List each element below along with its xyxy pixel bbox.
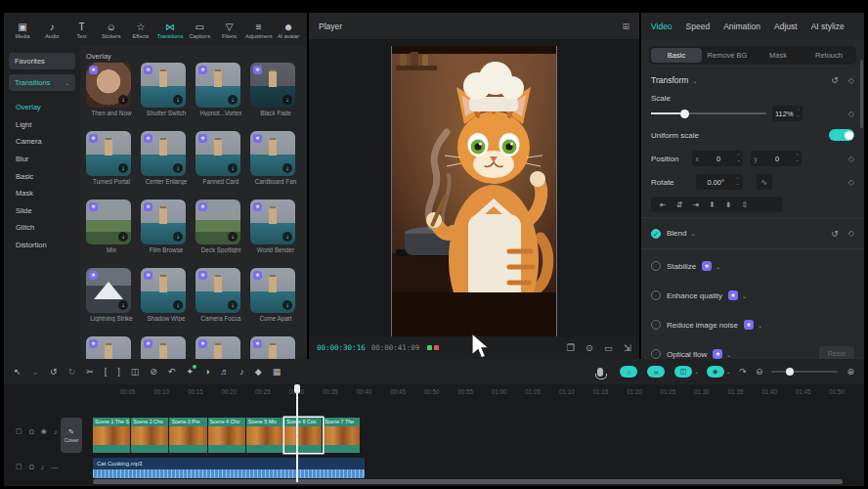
align-middle-icon[interactable]: ⇳ bbox=[742, 200, 749, 209]
timeline-zoom-slider[interactable] bbox=[771, 371, 838, 373]
properties-tab[interactable]: Video bbox=[651, 22, 673, 31]
panel-scrollbar[interactable] bbox=[860, 60, 863, 128]
transition-item[interactable]: ★ ↓ Shutter Switch bbox=[141, 63, 192, 131]
transition-item[interactable]: ★ ↓ Film Browse bbox=[141, 200, 192, 268]
tab-transitions[interactable]: ⋈ Transitions bbox=[155, 22, 185, 39]
render-quality-indicator[interactable] bbox=[427, 345, 439, 350]
properties-tab[interactable]: AI stylize bbox=[811, 22, 845, 31]
keyframe-diamond-icon[interactable]: ◇ bbox=[848, 155, 854, 163]
timeline-horizontal-scrollbar[interactable] bbox=[93, 479, 843, 484]
mirror-icon[interactable]: ◑ bbox=[204, 367, 209, 377]
step-down-icon[interactable]: ⌄ bbox=[737, 158, 741, 162]
chevron-down-icon[interactable]: ⌄ bbox=[742, 292, 747, 299]
transition-item[interactable]: ★ ↓ Mix bbox=[86, 200, 137, 268]
rotate-knob-icon[interactable]: ∿ bbox=[757, 174, 772, 190]
edit-cover-button[interactable]: ✎ Cover bbox=[61, 418, 82, 453]
keyframe-diamond-icon[interactable]: ◇ bbox=[848, 110, 854, 118]
scale-value-box[interactable]: 112% ⌃⌄ bbox=[772, 106, 803, 121]
tab-stickers[interactable]: ☺ Stickers bbox=[97, 22, 126, 39]
chevron-down-icon[interactable]: ⌄ bbox=[690, 230, 695, 237]
rotate-value-box[interactable]: 0.00° ⌃⌄ bbox=[696, 174, 743, 190]
transition-item[interactable]: ★ ↓ Fanned Card bbox=[195, 131, 246, 200]
align-left-icon[interactable]: ⇤ bbox=[660, 200, 667, 209]
tab-filters[interactable]: ▽ Filters bbox=[215, 22, 244, 39]
delete-icon[interactable]: ⊘ bbox=[150, 367, 157, 377]
category-item[interactable]: Blur bbox=[4, 151, 80, 168]
transition-item[interactable]: ★ ↓ bbox=[86, 336, 137, 359]
align-bottom-icon[interactable]: ⇟ bbox=[725, 200, 732, 209]
timeline-clip[interactable]: Scene 3 Pre bbox=[169, 418, 207, 453]
properties-subtab[interactable]: Remove BG bbox=[702, 48, 753, 63]
align-top-icon[interactable]: ⇞ bbox=[709, 200, 716, 209]
download-icon[interactable]: ↓ bbox=[118, 232, 128, 242]
reset-blend-icon[interactable]: ↺ bbox=[831, 229, 839, 239]
category-item[interactable]: Overlay bbox=[4, 99, 80, 116]
transition-item[interactable]: ★ ↓ Deck Spotlight bbox=[195, 200, 246, 268]
preview-axis-icon[interactable]: ◫ ⌄ bbox=[674, 366, 699, 378]
properties-tab[interactable]: Speed bbox=[686, 22, 711, 31]
timeline-clip[interactable]: Scene 6 Coo bbox=[284, 418, 323, 453]
sidebar-transitions-group[interactable]: Transitions ⌄ bbox=[9, 74, 75, 91]
download-icon[interactable]: ↓ bbox=[282, 95, 292, 105]
tab-ai-avatar[interactable]: ☻ AI avatar bbox=[274, 22, 303, 39]
download-icon[interactable]: ↓ bbox=[173, 300, 183, 310]
category-item[interactable]: Mask bbox=[4, 185, 80, 202]
category-item[interactable]: Light bbox=[4, 116, 80, 134]
split-icon[interactable]: ✂ bbox=[86, 367, 94, 377]
lock-track-icon[interactable]: Ω bbox=[29, 464, 34, 470]
tab-effects[interactable]: ☆ Effects bbox=[126, 22, 155, 39]
select-tool-caret[interactable]: ⌄ bbox=[32, 367, 40, 377]
select-tool-icon[interactable]: ↖ bbox=[14, 367, 22, 377]
chevron-down-icon[interactable]: ⌄ bbox=[758, 322, 762, 329]
snap-magnet-icon[interactable]: ∩ bbox=[620, 366, 639, 378]
download-icon[interactable]: ↓ bbox=[282, 300, 292, 310]
hide-track-icon[interactable]: ◉ bbox=[41, 427, 47, 435]
zoom-in-icon[interactable]: ⊕ bbox=[846, 367, 854, 377]
download-icon[interactable]: ↓ bbox=[118, 300, 128, 310]
undo-icon[interactable]: ↺ bbox=[50, 367, 58, 377]
smart-tools-icon[interactable]: ✦ bbox=[186, 367, 194, 377]
track-options-icon[interactable]: ▢ bbox=[16, 427, 22, 435]
clip-volume-icon[interactable]: ♬ bbox=[220, 367, 229, 377]
tab-adjustment[interactable]: ≡ Adjustment bbox=[244, 22, 274, 39]
properties-subtab[interactable]: Mask bbox=[753, 48, 803, 63]
timeline-ruler[interactable]: 00:0500:1000:1500:2000:2500:3000:3500:40… bbox=[93, 384, 855, 400]
timeline-clip[interactable]: Scene 1 The S bbox=[93, 418, 131, 453]
transition-item[interactable]: ★ ↓ Come Apart bbox=[250, 268, 301, 336]
chevron-down-icon[interactable]: ⌄ bbox=[716, 263, 720, 270]
mute-track-icon[interactable]: ♪ bbox=[54, 428, 58, 435]
properties-subtab[interactable]: Basic bbox=[651, 48, 702, 63]
transition-item[interactable]: ★ ↓ bbox=[250, 336, 301, 359]
extract-audio-icon[interactable]: ♪ bbox=[239, 367, 244, 377]
keyframe-diamond-icon[interactable]: ◇ bbox=[848, 229, 854, 238]
timeline-options-icon[interactable]: ◈ ⌄ bbox=[707, 366, 731, 378]
download-icon[interactable]: ↓ bbox=[118, 95, 128, 105]
download-icon[interactable]: ↓ bbox=[118, 163, 128, 173]
transition-item[interactable]: ★ ↓ bbox=[141, 336, 192, 359]
link-clips-icon[interactable]: ∞ bbox=[647, 366, 667, 378]
track-options-icon[interactable]: ▢ bbox=[16, 463, 22, 470]
mute-track-icon[interactable]: ♪ bbox=[41, 464, 45, 470]
keyframe-diamond-icon[interactable]: ◇ bbox=[848, 178, 854, 187]
transition-item[interactable]: ★ ↓ Hypnot...Vortex bbox=[195, 63, 246, 131]
timeline-clip[interactable]: Scene 5 Mix bbox=[246, 418, 284, 453]
transform-section-title[interactable]: Transform bbox=[651, 75, 688, 85]
transition-item[interactable]: ★ ↓ Center Enlarge bbox=[141, 131, 192, 200]
download-icon[interactable]: ↓ bbox=[173, 163, 183, 173]
row-checkbox[interactable] bbox=[651, 349, 661, 359]
player-menu-icon[interactable]: ⊞ bbox=[622, 22, 629, 31]
step-down-icon[interactable]: ⌄ bbox=[796, 158, 800, 162]
preview-grid-icon[interactable]: ▦ bbox=[273, 367, 282, 377]
reset-button[interactable]: Reset bbox=[819, 346, 854, 359]
mirror-preview-icon[interactable]: ❐ bbox=[567, 342, 576, 353]
align-center-h-icon[interactable]: ⇵ bbox=[676, 200, 683, 209]
scale-slider-handle[interactable] bbox=[680, 110, 689, 118]
video-preview[interactable] bbox=[391, 46, 557, 341]
align-right-icon[interactable]: ⇥ bbox=[692, 200, 699, 209]
fullscreen-icon[interactable]: ⇲ bbox=[624, 342, 631, 353]
tab-text[interactable]: T Text bbox=[66, 22, 96, 39]
row-checkbox[interactable] bbox=[651, 320, 661, 330]
row-checkbox[interactable] bbox=[651, 290, 661, 300]
keyframe-icon[interactable]: ◆ bbox=[255, 367, 262, 377]
position-x-box[interactable]: x 0 ⌃⌄ bbox=[692, 151, 743, 166]
